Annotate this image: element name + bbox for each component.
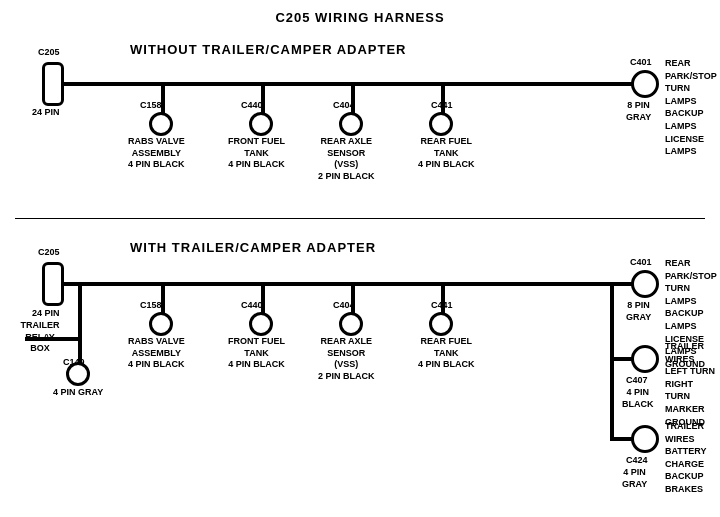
c424-connector	[631, 425, 659, 453]
diagram-container: C205 WIRING HARNESS WITHOUT TRAILER/CAMP…	[0, 0, 720, 510]
c404-top-connector	[339, 112, 363, 136]
c401-bot-pin: 8 PINGRAY	[626, 300, 651, 323]
wire-c158-bot	[161, 283, 165, 313]
c401-bot-connector	[631, 270, 659, 298]
wire-branch-v2	[610, 357, 614, 437]
c440-top-connector	[249, 112, 273, 136]
c440-bot-label: C440	[241, 300, 263, 312]
c440-bot-connector	[249, 312, 273, 336]
c158-top-connector	[149, 112, 173, 136]
c158-top-label: C158	[140, 100, 162, 112]
c205-bot-connector	[42, 262, 64, 306]
c440-top-label: C440	[241, 100, 263, 112]
c401-top-connector	[631, 70, 659, 98]
c158-bot-connector	[149, 312, 173, 336]
section1-label: WITHOUT TRAILER/CAMPER ADAPTER	[130, 42, 407, 57]
section2-label: WITH TRAILER/CAMPER ADAPTER	[130, 240, 376, 255]
c149-label: C149	[63, 357, 85, 369]
c158-bot-sub: RABS VALVEASSEMBLY4 PIN BLACK	[128, 336, 185, 371]
c440-bot-sub: FRONT FUELTANK4 PIN BLACK	[228, 336, 285, 371]
c158-top-sub: RABS VALVEASSEMBLY4 PIN BLACK	[128, 136, 185, 171]
wire-bot-main	[60, 282, 650, 286]
c404-bot-connector	[339, 312, 363, 336]
c407-right: TRAILER WIRESLEFT TURNRIGHT TURNMARKERGR…	[665, 340, 720, 428]
c205-top-pin: 24 PIN	[32, 107, 60, 119]
c205-bot-label: C205	[38, 247, 60, 259]
wire-c158-top	[161, 83, 165, 113]
c441-bot-sub: REAR FUELTANK4 PIN BLACK	[418, 336, 475, 371]
c404-bot-label: C404	[333, 300, 355, 312]
c441-bot-label: C441	[431, 300, 453, 312]
c407-connector	[631, 345, 659, 373]
c441-top-connector	[429, 112, 453, 136]
page-title: C205 WIRING HARNESS	[0, 4, 720, 25]
c401-bot-label: C401	[630, 257, 652, 269]
c424-right: TRAILER WIRESBATTERY CHARGEBACKUPBRAKES	[665, 420, 720, 496]
c149-sub: 4 PIN GRAY	[53, 387, 103, 399]
c441-top-label: C441	[431, 100, 453, 112]
c404-top-label: C404	[333, 100, 355, 112]
c205-top-label: C205	[38, 47, 60, 59]
c424-pin: 4 PINGRAY	[622, 467, 647, 490]
c401-top-pin: 8 PINGRAY	[626, 100, 651, 123]
c440-top-sub: FRONT FUELTANK4 PIN BLACK	[228, 136, 285, 171]
c407-pin: 4 PINBLACK	[622, 387, 654, 410]
c404-bot-sub: REAR AXLESENSOR(VSS)2 PIN BLACK	[318, 336, 375, 383]
c205-top-connector	[42, 62, 64, 106]
wire-relay-v	[78, 283, 82, 338]
c441-bot-connector	[429, 312, 453, 336]
c441-top-sub: REAR FUELTANK4 PIN BLACK	[418, 136, 475, 171]
wire-top-main	[60, 82, 650, 86]
wire-branch-v1	[610, 283, 614, 358]
c401-top-label: C401	[630, 57, 652, 69]
divider-line	[15, 218, 705, 219]
c158-bot-label: C158	[140, 300, 162, 312]
c205-bot-pin: 24 PIN	[32, 308, 60, 320]
trailer-relay-label: TRAILERRELAYBOX	[10, 320, 70, 355]
c407-label: C407	[626, 375, 648, 387]
c401-top-right: REAR PARK/STOPTURN LAMPSBACKUP LAMPSLICE…	[665, 57, 720, 158]
c424-label: C424	[626, 455, 648, 467]
c404-top-sub: REAR AXLESENSOR(VSS)2 PIN BLACK	[318, 136, 375, 183]
